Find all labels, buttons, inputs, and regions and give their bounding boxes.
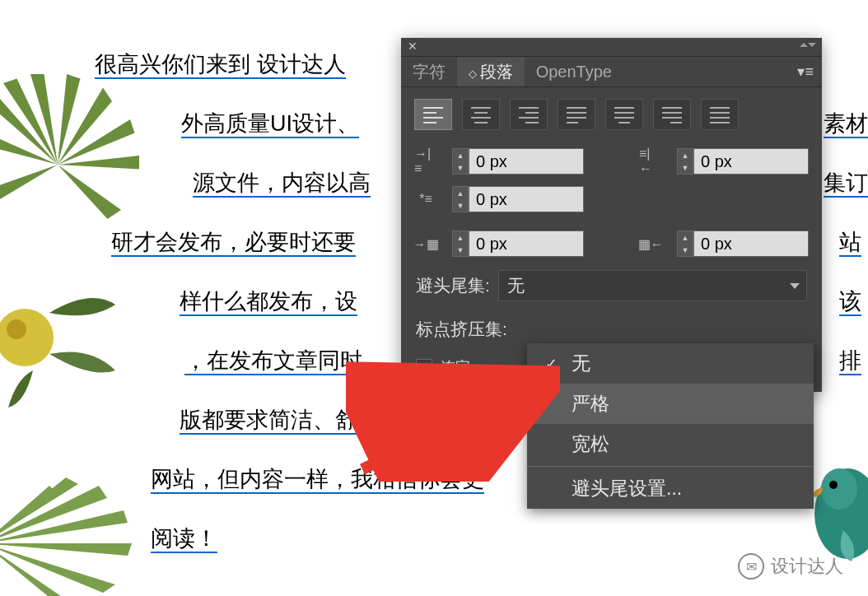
justify-all-button[interactable] xyxy=(701,99,739,130)
dropdown-separator xyxy=(527,466,814,467)
dropdown-item-settings[interactable]: 避头尾设置... xyxy=(527,468,814,509)
doc-text-line[interactable]: 网站，但内容一样，我相信你会更 xyxy=(151,464,484,494)
mojikumi-label: 标点挤压集: xyxy=(416,318,507,341)
doc-text-line[interactable]: 样什么都发布，设 xyxy=(180,286,357,316)
align-right-button[interactable] xyxy=(510,99,548,130)
right-indent-input[interactable] xyxy=(693,148,809,175)
stepper-up-icon[interactable]: ▲ xyxy=(678,149,693,161)
space-before-icon: →▦ xyxy=(414,236,437,252)
flower-decoration xyxy=(0,263,124,412)
doc-text-line[interactable]: 该 xyxy=(839,286,861,316)
chevron-down-icon xyxy=(790,283,800,289)
svg-point-3 xyxy=(821,468,857,510)
space-before-input[interactable] xyxy=(469,230,584,257)
kinsoku-select[interactable]: 无 xyxy=(498,270,807,301)
stepper-up-icon[interactable]: ▲ xyxy=(453,149,468,161)
doc-text-line[interactable]: 研才会发布，必要时还要 xyxy=(111,227,356,257)
align-center-button[interactable] xyxy=(462,99,500,130)
space-after-icon: ▦← xyxy=(639,236,662,252)
stepper-down-icon[interactable]: ▼ xyxy=(678,161,693,174)
right-indent-field[interactable]: ▲▼ xyxy=(677,148,809,175)
first-line-indent-field[interactable]: ▲▼ xyxy=(452,186,584,212)
justify-left-button[interactable] xyxy=(558,99,595,130)
panel-menu-icon[interactable]: ▾≡ xyxy=(789,63,822,81)
align-left-button[interactable] xyxy=(414,99,452,130)
left-indent-field[interactable]: ▲▼ xyxy=(452,148,584,175)
justify-right-button[interactable] xyxy=(653,99,691,130)
stepper-up-icon[interactable]: ▲ xyxy=(678,231,693,244)
panel-titlebar[interactable]: ✕ xyxy=(401,38,822,57)
doc-text-line[interactable]: 源文件，内容以高 xyxy=(193,168,371,198)
kinsoku-label: 避头尾集: xyxy=(416,274,490,297)
dropdown-item-strict[interactable]: 严格 xyxy=(527,384,814,424)
stepper-down-icon[interactable]: ▼ xyxy=(453,161,468,174)
alignment-row xyxy=(401,87,822,142)
left-indent-input[interactable] xyxy=(469,148,584,175)
doc-text-line[interactable]: 阅读！ xyxy=(151,524,217,553)
stepper-down-icon[interactable]: ▼ xyxy=(453,244,468,256)
tab-paragraph[interactable]: ◇ 段落 xyxy=(457,57,525,86)
justify-center-button[interactable] xyxy=(605,99,643,130)
dropdown-item-loose[interactable]: 宽松 xyxy=(527,424,814,464)
stepper-up-icon[interactable]: ▲ xyxy=(453,231,468,244)
space-before-field[interactable]: ▲▼ xyxy=(452,230,584,257)
right-indent-icon: ≡|← xyxy=(639,147,662,176)
stepper-down-icon[interactable]: ▼ xyxy=(678,244,693,256)
dropdown-item-none[interactable]: ✓无 xyxy=(527,343,814,384)
tab-character[interactable]: 字符 xyxy=(401,57,457,86)
ligature-checkbox[interactable]: ✓ xyxy=(416,359,432,375)
first-line-indent-icon: *≡ xyxy=(414,192,437,207)
doc-text-line[interactable]: 很高兴你们来到 设计达人 xyxy=(95,49,346,79)
panel-tabs: 字符 ◇ 段落 OpenType ▾≡ xyxy=(401,57,822,87)
doc-text-line[interactable]: ，在发布文章同时 xyxy=(184,346,362,375)
svg-point-4 xyxy=(829,481,838,489)
doc-text-line[interactable]: 集订 xyxy=(824,168,868,198)
doc-text-line[interactable]: 素材 xyxy=(824,109,868,138)
svg-point-0 xyxy=(0,309,54,366)
doc-text-line[interactable]: 站 xyxy=(839,227,861,257)
collapse-icon[interactable] xyxy=(802,43,814,49)
first-line-indent-input[interactable] xyxy=(469,186,584,212)
space-after-field[interactable]: ▲▼ xyxy=(677,230,809,257)
kinsoku-dropdown: ✓无 严格 宽松 避头尾设置... xyxy=(527,343,814,509)
doc-text-line[interactable]: 外高质量UI设计、 xyxy=(181,109,359,138)
close-icon[interactable]: ✕ xyxy=(408,40,418,53)
tab-opentype[interactable]: OpenType xyxy=(525,57,623,86)
check-icon: ✓ xyxy=(545,355,560,373)
doc-text-line[interactable]: 版都要求简洁、舒适 xyxy=(180,405,380,435)
stepper-down-icon[interactable]: ▼ xyxy=(453,199,468,212)
svg-point-1 xyxy=(7,319,26,339)
palm-leaf-decoration-2 xyxy=(0,477,148,596)
paragraph-panel: ✕ 字符 ◇ 段落 OpenType ▾≡ →|≡ ▲▼ ≡|← ▲▼ *≡ ▲… xyxy=(401,38,822,392)
ligature-label: 连字 xyxy=(441,357,470,377)
left-indent-icon: →|≡ xyxy=(414,147,437,176)
space-after-input[interactable] xyxy=(693,230,809,257)
watermark: ✉ 设计达人 xyxy=(738,553,843,580)
doc-text-line[interactable]: 排 xyxy=(839,346,861,375)
wechat-icon: ✉ xyxy=(738,553,764,580)
stepper-up-icon[interactable]: ▲ xyxy=(453,187,468,199)
